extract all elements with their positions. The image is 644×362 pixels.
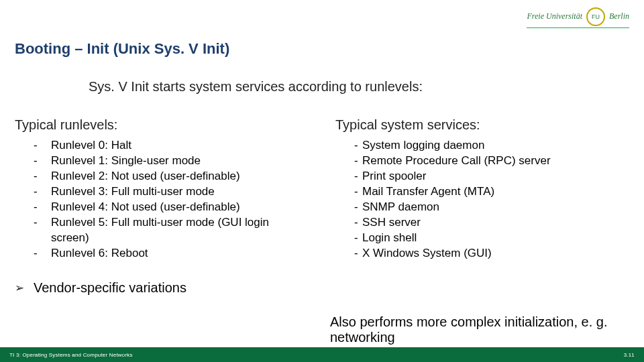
slide-title: Booting – Init (Unix Sys. V Init): [15, 40, 629, 58]
list-item-text: Remote Procedure Call (RPC) server: [361, 154, 629, 169]
list-item: -Login shell: [354, 231, 629, 246]
intro-text: Sys. V Init starts system services accor…: [89, 79, 629, 95]
dash-icon: -: [354, 169, 361, 184]
list-item: -Runlevel 0: Halt: [34, 138, 309, 154]
list-item-text: X Windows System (GUI): [361, 246, 629, 261]
dash-icon: -: [354, 138, 361, 154]
dash-icon: -: [354, 231, 361, 246]
footer-left: TI 3: Operating Systems and Computer Net…: [9, 352, 133, 358]
seal-icon: FU: [586, 7, 605, 26]
list-item-text: Runlevel 3: Full multi-user mode: [43, 184, 309, 200]
list-item: -Mail Transfer Agent (MTA): [354, 184, 629, 200]
list-item: -Runlevel 4: Not used (user-definable): [34, 200, 309, 215]
list-item-text: Runlevel 1: Single-user mode: [43, 154, 309, 169]
list-item: -SSH server: [354, 215, 629, 231]
list-item: -System logging daemon: [354, 138, 629, 154]
list-item: -SNMP daemon: [354, 200, 629, 215]
columns: Typical runlevels: -Runlevel 0: Halt-Run…: [15, 117, 629, 261]
footer: TI 3: Operating Systems and Computer Net…: [0, 347, 644, 362]
dash-icon: -: [354, 154, 361, 169]
dash-icon: -: [34, 246, 43, 261]
dash-icon: -: [34, 215, 43, 231]
right-heading: Typical system services:: [335, 117, 629, 133]
dash-icon: -: [354, 200, 361, 215]
list-item: -X Windows System (GUI): [354, 246, 629, 261]
dash-icon: -: [354, 184, 361, 200]
list-item-text: SNMP daemon: [361, 200, 629, 215]
arrow-icon: ➢: [15, 281, 24, 295]
list-item-text: Print spooler: [361, 169, 629, 184]
closing-text: Also performs more complex initializatio…: [330, 314, 629, 345]
logo-text-a: Freie Universität: [527, 11, 582, 21]
list-item: -Runlevel 2: Not used (user-definable): [34, 169, 309, 184]
list-item-text: Runlevel 5: Full multi-user mode (GUI lo…: [43, 215, 309, 246]
logo-text-b: Berlin: [609, 11, 629, 21]
list-item: -Print spooler: [354, 169, 629, 184]
dash-icon: -: [34, 138, 43, 154]
dash-icon: -: [34, 184, 43, 200]
dash-icon: -: [34, 154, 43, 169]
list-item-text: System logging daemon: [361, 138, 629, 154]
list-item: -Runlevel 6: Reboot: [34, 246, 309, 261]
right-column: Typical system services: -System logging…: [335, 117, 629, 261]
arrow-text: Vendor-specific variations: [34, 280, 186, 296]
list-item: -Runlevel 3: Full multi-user mode: [34, 184, 309, 200]
right-list: -System logging daemon-Remote Procedure …: [354, 138, 629, 261]
left-list: -Runlevel 0: Halt-Runlevel 1: Single-use…: [34, 138, 309, 261]
list-item-text: Runlevel 6: Reboot: [43, 246, 309, 261]
list-item: -Runlevel 1: Single-user mode: [34, 154, 309, 169]
list-item-text: Login shell: [361, 231, 629, 246]
list-item-text: SSH server: [361, 215, 629, 231]
university-logo: Freie Universität FU Berlin: [527, 7, 629, 28]
dash-icon: -: [354, 215, 361, 231]
header: Freie Universität FU Berlin: [15, 0, 629, 31]
slide: Freie Universität FU Berlin Booting – In…: [0, 0, 644, 362]
list-item-text: Runlevel 2: Not used (user-definable): [43, 169, 309, 184]
list-item: -Remote Procedure Call (RPC) server: [354, 154, 629, 169]
dash-icon: -: [34, 200, 43, 215]
dash-icon: -: [354, 246, 361, 261]
list-item-text: Runlevel 4: Not used (user-definable): [43, 200, 309, 215]
footer-right: 3.11: [624, 352, 635, 358]
arrow-bullet: ➢ Vendor-specific variations: [15, 280, 629, 296]
list-item-text: Mail Transfer Agent (MTA): [361, 184, 629, 200]
list-item-text: Runlevel 0: Halt: [43, 138, 309, 154]
left-column: Typical runlevels: -Runlevel 0: Halt-Run…: [15, 117, 309, 261]
left-heading: Typical runlevels:: [15, 117, 309, 133]
list-item: -Runlevel 5: Full multi-user mode (GUI l…: [34, 215, 309, 246]
dash-icon: -: [34, 169, 43, 184]
